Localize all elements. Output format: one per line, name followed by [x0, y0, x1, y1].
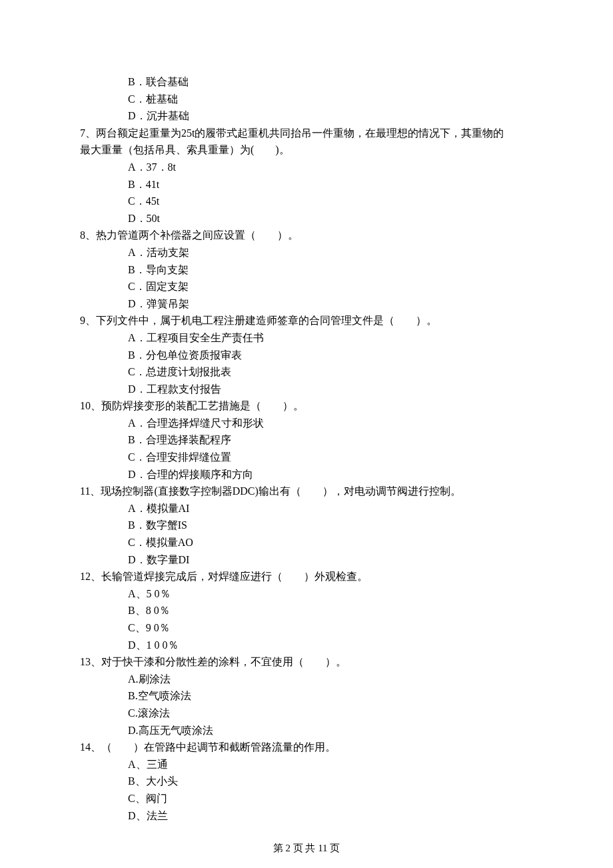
option-d: D、1 0 0％: [128, 637, 533, 654]
question-7-stem-line2: 最大重量（包括吊具、索具重量）为( )。: [80, 141, 533, 159]
question-8-stem: 8、热力管道两个补偿器之间应设置（ ）。: [80, 227, 533, 244]
page-footer: 第 2 页 共 11 页: [80, 824, 533, 856]
question-14-options: A、三通 B、大小头 C、阀门 D、法兰: [80, 756, 533, 824]
option-d: D.高压无气喷涂法: [128, 722, 533, 739]
option-c: C．固定支架: [128, 278, 533, 295]
option-d: D．合理的焊接顺序和方向: [128, 466, 533, 483]
question-7-options: A．37．8t B．41t C．45t D．50t: [80, 159, 533, 227]
question-11-options: A．模拟量AI B．数字蟹IS C．模拟量AO D．数字量DI: [80, 500, 533, 568]
option-c: C、阀门: [128, 790, 533, 807]
option-d: D．50t: [128, 210, 533, 227]
option-c: C．模拟量AO: [128, 534, 533, 551]
option-b: B．分包单位资质报审表: [128, 347, 533, 364]
option-b: B．41t: [128, 176, 533, 193]
option-c: C．总进度计划报批表: [128, 363, 533, 381]
question-11-stem: 11、现场控制器(直接数字控制器DDC)输出有（ ），对电动调节阀进行控制。: [80, 483, 533, 500]
question-8-options: A．活动支架 B．导向支架 C．固定支架 D．弹簧吊架: [80, 244, 533, 312]
option-a: A．合理选择焊缝尺寸和形状: [128, 415, 533, 432]
option-a: A.刷涂法: [128, 671, 533, 688]
option-a: A．模拟量AI: [128, 500, 533, 517]
question-10-options: A．合理选择焊缝尺寸和形状 B．合理选择装配程序 C．合理安排焊缝位置 D．合理…: [80, 415, 533, 483]
option-a: A．活动支架: [128, 244, 533, 261]
question-9-stem: 9、下列文件中，属于机电工程注册建造师签章的合同管理文件是（ ）。: [80, 312, 533, 329]
option-b: B.空气喷涂法: [128, 687, 533, 705]
question-13-options: A.刷涂法 B.空气喷涂法 C.滚涂法 D.高压无气喷涂法: [80, 671, 533, 739]
question-14-stem: 14、（ ）在管路中起调节和截断管路流量的作用。: [80, 739, 533, 756]
option-c: C．桩基础: [128, 91, 533, 108]
prev-question-options: B．联合基础 C．桩基础 D．沉井基础: [80, 73, 533, 125]
question-9-options: A．工程项目安全生产责任书 B．分包单位资质报审表 C．总进度计划报批表 D．工…: [80, 329, 533, 397]
option-d: D．工程款支付报告: [128, 381, 533, 398]
option-b: B．联合基础: [128, 73, 533, 91]
option-d: D．数字量DI: [128, 551, 533, 569]
option-d: D．弹簧吊架: [128, 295, 533, 313]
option-a: A．工程项目安全生产责任书: [128, 329, 533, 347]
option-c: C．45t: [128, 193, 533, 210]
option-c: C．合理安排焊缝位置: [128, 449, 533, 466]
option-b: B、大小头: [128, 773, 533, 790]
question-12-options: A、5 0％ B、8 0％ C、9 0％ D、1 0 0％: [80, 585, 533, 653]
option-b: B．导向支架: [128, 261, 533, 279]
option-c: C、9 0％: [128, 619, 533, 637]
option-a: A．37．8t: [128, 159, 533, 176]
option-c: C.滚涂法: [128, 705, 533, 722]
question-7-stem-line1: 7、两台额定起重量为25t的履带式起重机共同抬吊一件重物，在最理想的情况下，其重…: [80, 125, 533, 142]
option-a: A、三通: [128, 756, 533, 773]
option-a: A、5 0％: [128, 585, 533, 603]
question-12-stem: 12、长输管道焊接完成后，对焊缝应进行（ ）外观检查。: [80, 568, 533, 585]
option-b: B、8 0％: [128, 602, 533, 619]
option-d: D．沉井基础: [128, 107, 533, 125]
option-d: D、法兰: [128, 807, 533, 825]
question-10-stem: 10、预防焊接变形的装配工艺措施是（ ）。: [80, 397, 533, 415]
question-13-stem: 13、对于快干漆和分散性差的涂料，不宜使用（ ）。: [80, 653, 533, 671]
document-page: B．联合基础 C．桩基础 D．沉井基础 7、两台额定起重量为25t的履带式起重机…: [0, 0, 613, 868]
option-b: B．合理选择装配程序: [128, 431, 533, 449]
option-b: B．数字蟹IS: [128, 517, 533, 534]
